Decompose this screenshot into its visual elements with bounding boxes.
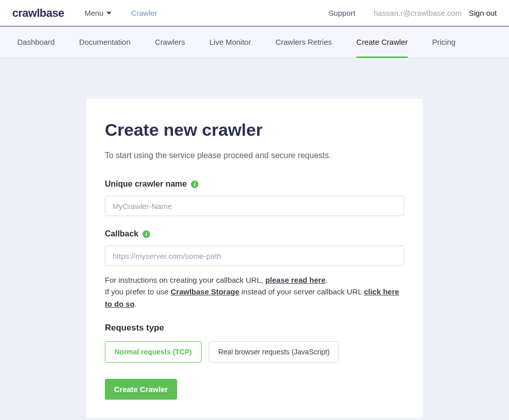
crawler-link[interactable]: Crawler — [131, 9, 157, 17]
nav-documentation[interactable]: Documentation — [67, 26, 143, 57]
callback-label-text: Callback — [105, 229, 138, 238]
info-icon[interactable]: i — [143, 230, 150, 238]
request-option-tcp[interactable]: Normal requests (TCP) — [105, 341, 202, 363]
chevron-down-icon — [106, 12, 111, 15]
create-crawler-button[interactable]: Create Crawler — [105, 379, 177, 400]
sub-nav: Dashboard Documentation Crawlers Live Mo… — [0, 26, 509, 58]
sign-out-link[interactable]: Sign out — [469, 9, 497, 17]
menu-dropdown[interactable]: Menu — [84, 9, 112, 17]
requests-type-title: Requests type — [105, 323, 404, 333]
user-email: hassan.r@crawlbase.com — [374, 9, 462, 17]
crawler-name-input[interactable] — [105, 196, 404, 216]
help-line2-mid: instead of your server callback URL — [239, 287, 364, 296]
request-option-js[interactable]: Real browser requests (JavaScript) — [209, 341, 340, 363]
help-line2-prefix: If you prefer to use — [105, 287, 171, 296]
callback-label: Callback i — [105, 229, 404, 238]
content: Create new crawler To start using the se… — [0, 58, 509, 418]
callback-input[interactable] — [105, 246, 404, 266]
create-crawler-card: Create new crawler To start using the se… — [87, 99, 422, 418]
nav-create-crawler[interactable]: Create Crawler — [344, 26, 420, 57]
request-type-options: Normal requests (TCP) Real browser reque… — [105, 341, 404, 363]
top-bar: crawlbase Menu Crawler Support hassan.r@… — [0, 0, 509, 26]
crawler-name-label-text: Unique crawler name — [105, 179, 187, 189]
support-link[interactable]: Support — [329, 9, 356, 17]
nav-dashboard[interactable]: Dashboard — [5, 26, 67, 57]
nav-pricing[interactable]: Pricing — [420, 26, 468, 57]
logo[interactable]: crawlbase — [12, 7, 64, 20]
help-text: For instructions on creating your callba… — [105, 274, 404, 310]
info-icon[interactable]: i — [191, 181, 199, 188]
crawlbase-storage-link[interactable]: Crawlbase Storage — [171, 287, 239, 296]
crawler-name-label: Unique crawler name i — [105, 179, 404, 189]
menu-label: Menu — [84, 9, 104, 17]
nav-crawlers-retries[interactable]: Crawlers Retries — [263, 26, 344, 57]
page-title: Create new crawler — [105, 120, 404, 140]
read-here-link[interactable]: please read here — [265, 276, 325, 284]
nav-live-monitor[interactable]: Live Monitor — [197, 26, 263, 57]
page-subtitle: To start using the service please procee… — [105, 151, 404, 160]
nav-crawlers[interactable]: Crawlers — [143, 26, 197, 57]
help-line1-prefix: For instructions on creating your callba… — [105, 276, 265, 284]
